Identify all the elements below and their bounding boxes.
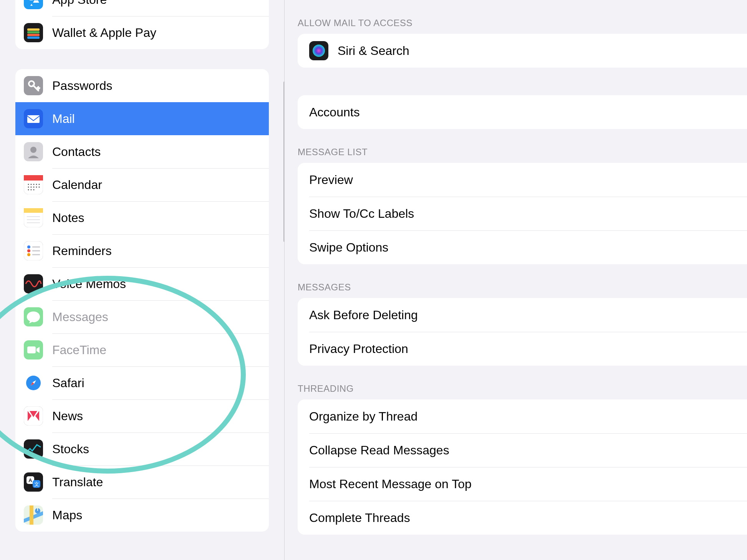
- detail-row-siri-search[interactable]: Siri & Search: [298, 34, 747, 68]
- svg-text:文: 文: [34, 481, 39, 487]
- section-header-threading: THREADING: [285, 379, 747, 399]
- detail-group-accounts: Accounts: [298, 95, 747, 129]
- translate-icon: A文: [24, 472, 43, 492]
- svg-point-21: [33, 187, 35, 188]
- sidebar-item-translate[interactable]: A文 Translate: [15, 466, 269, 499]
- contacts-icon: [24, 142, 43, 161]
- svg-rect-2: [27, 28, 40, 31]
- sidebar-item-passwords[interactable]: Passwords: [15, 69, 269, 102]
- section-header-allow-access: ALLOW MAIL TO ACCESS: [285, 13, 747, 34]
- detail-row-privacy-protection[interactable]: Privacy Protection: [298, 332, 747, 366]
- svg-point-23: [39, 187, 40, 188]
- svg-point-34: [27, 249, 30, 252]
- sidebar-item-label: Passwords: [52, 79, 113, 93]
- svg-rect-42: [27, 346, 36, 353]
- sidebar-group-apps: Passwords Mail Contacts Calendar: [15, 69, 269, 532]
- sidebar-item-messages[interactable]: Messages: [15, 300, 269, 333]
- sidebar-item-label: Wallet & Apple Pay: [52, 26, 156, 40]
- svg-rect-5: [27, 36, 40, 39]
- messages-icon: [24, 307, 43, 326]
- detail-row-organize-thread[interactable]: Organize by Thread: [298, 399, 747, 433]
- sidebar-item-voice-memos[interactable]: Voice Memos: [15, 267, 269, 300]
- sidebar-item-reminders[interactable]: Reminders: [15, 234, 269, 267]
- detail-row-label: Show To/Cc Labels: [309, 207, 414, 221]
- sidebar-item-label: Voice Memos: [52, 277, 126, 291]
- settings-sidebar: App Store Wallet & Apple Pay Passwords: [0, 0, 284, 560]
- sidebar-item-label: Calendar: [52, 178, 102, 192]
- sidebar-item-label: Notes: [52, 211, 84, 225]
- sidebar-item-label: Safari: [52, 376, 84, 390]
- reminders-icon: [24, 241, 43, 260]
- stocks-icon: [24, 439, 43, 459]
- sidebar-item-mail[interactable]: Mail: [15, 102, 269, 135]
- detail-row-label: Organize by Thread: [309, 409, 417, 424]
- detail-row-swipe-options[interactable]: Swipe Options: [298, 230, 747, 264]
- detail-group-threading: Organize by Thread Collapse Read Message…: [298, 399, 747, 535]
- svg-point-35: [27, 253, 30, 256]
- key-icon: [24, 76, 43, 95]
- section-header-message-list: MESSAGE LIST: [285, 142, 747, 163]
- detail-row-collapse-read[interactable]: Collapse Read Messages: [298, 433, 747, 467]
- sidebar-group-top: App Store Wallet & Apple Pay: [15, 0, 269, 49]
- sidebar-item-label: Translate: [52, 475, 103, 489]
- sidebar-item-maps[interactable]: Maps: [15, 499, 269, 532]
- sidebar-item-news[interactable]: News: [15, 399, 269, 432]
- sidebar-item-label: FaceTime: [52, 343, 106, 357]
- svg-rect-39: [24, 274, 43, 293]
- detail-row-label: Siri & Search: [338, 44, 409, 58]
- sidebar-item-contacts[interactable]: Contacts: [15, 135, 269, 168]
- svg-rect-3: [27, 31, 40, 33]
- detail-row-accounts[interactable]: Accounts: [298, 95, 747, 129]
- svg-point-16: [33, 184, 35, 185]
- svg-point-22: [36, 187, 37, 188]
- detail-row-label: Accounts: [309, 105, 360, 119]
- svg-point-55: [313, 45, 325, 57]
- sidebar-item-app-store[interactable]: App Store: [15, 0, 269, 16]
- svg-rect-0: [24, 0, 43, 9]
- mail-settings-detail: ALLOW MAIL TO ACCESS Siri & Search Accou…: [285, 0, 747, 560]
- svg-point-24: [28, 189, 29, 191]
- detail-row-label: Collapse Read Messages: [309, 443, 449, 457]
- facetime-icon: [24, 340, 43, 360]
- sidebar-item-label: Contacts: [52, 145, 101, 159]
- detail-row-complete-threads[interactable]: Complete Threads: [298, 501, 747, 535]
- sidebar-item-facetime[interactable]: FaceTime: [15, 333, 269, 366]
- sidebar-item-label: Mail: [52, 112, 75, 126]
- svg-rect-9: [27, 115, 40, 123]
- calendar-icon: [24, 175, 43, 194]
- sidebar-item-notes[interactable]: Notes: [15, 201, 269, 234]
- svg-point-18: [39, 184, 40, 185]
- svg-point-19: [28, 187, 29, 188]
- svg-point-25: [31, 189, 32, 191]
- sidebar-item-label: Reminders: [52, 244, 112, 258]
- news-icon: [24, 406, 43, 426]
- sidebar-item-wallet[interactable]: Wallet & Apple Pay: [15, 16, 269, 49]
- sidebar-item-safari[interactable]: Safari: [15, 366, 269, 399]
- svg-point-26: [33, 189, 35, 191]
- detail-row-label: Complete Threads: [309, 511, 410, 525]
- detail-row-label: Ask Before Deleting: [309, 308, 418, 322]
- section-header-messages: MESSAGES: [285, 277, 747, 298]
- safari-icon: [24, 373, 43, 393]
- detail-row-most-recent-top[interactable]: Most Recent Message on Top: [298, 467, 747, 501]
- detail-row-label: Preview: [309, 173, 353, 187]
- mail-icon: [24, 109, 43, 128]
- sidebar-scroll-indicator[interactable]: [283, 81, 284, 242]
- app-store-icon: [24, 0, 43, 9]
- detail-row-ask-before-deleting[interactable]: Ask Before Deleting: [298, 298, 747, 332]
- maps-icon: [24, 505, 43, 525]
- sidebar-item-label: Messages: [52, 310, 108, 324]
- svg-point-15: [31, 184, 32, 185]
- sidebar-item-label: App Store: [52, 0, 107, 7]
- sidebar-item-stocks[interactable]: Stocks: [15, 432, 269, 466]
- svg-rect-4: [27, 34, 40, 36]
- wallet-icon: [24, 23, 43, 42]
- sidebar-item-calendar[interactable]: Calendar: [15, 168, 269, 201]
- detail-group-access: Siri & Search: [298, 34, 747, 68]
- notes-icon: [24, 208, 43, 227]
- detail-row-preview[interactable]: Preview: [298, 163, 747, 197]
- svg-point-33: [27, 245, 30, 249]
- siri-icon: [309, 41, 328, 60]
- detail-row-show-tocc[interactable]: Show To/Cc Labels: [298, 197, 747, 230]
- svg-text:A: A: [28, 477, 32, 483]
